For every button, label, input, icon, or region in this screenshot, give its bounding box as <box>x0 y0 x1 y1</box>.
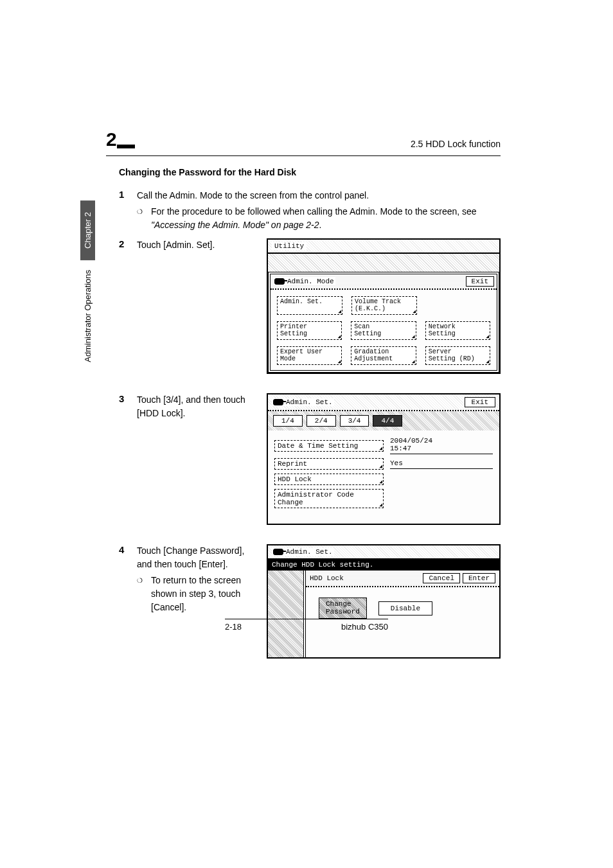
step4-text: Touch [Change Password], and then touch … <box>137 544 254 571</box>
key-icon <box>273 399 283 405</box>
ss3-subtitle: Change HDD Lock setting. <box>268 559 499 571</box>
bullet-icon: ❍ <box>137 205 151 217</box>
ss2-date-time-value: 2004/05/24 15:47 <box>390 437 493 454</box>
ss2-reprint-button[interactable]: Reprint◢ <box>274 458 384 470</box>
ss1-utility-label: Utility <box>272 242 306 250</box>
ss1-mode-label: Admin. Mode <box>287 278 334 285</box>
ss1-exit-button[interactable]: Exit <box>466 276 494 287</box>
chapter-underline-decor <box>116 145 135 148</box>
step3-text: Touch [3/4], and then touch [HDD Lock]. <box>137 393 254 420</box>
key-icon <box>273 549 283 555</box>
ss3-enter-button[interactable]: Enter <box>463 573 495 583</box>
ss1-expert-user-button[interactable]: Expert User Mode◢ <box>277 346 342 365</box>
ss2-admin-code-button[interactable]: Administrator Code Change◢ <box>274 489 384 508</box>
bullet-icon: ❍ <box>137 574 151 585</box>
ss2-date-time-button[interactable]: Date & Time Setting◢ <box>274 440 384 452</box>
ss3-change-password-button[interactable]: Change Password <box>319 598 367 619</box>
step2-text: Touch [Admin. Set]. <box>137 238 254 252</box>
step2-number: 2 <box>119 238 137 249</box>
side-tab-section: Administrator Operations <box>80 270 95 362</box>
ss2-tab-1[interactable]: 1/4 <box>273 415 303 427</box>
ss3-title: Admin. Set. <box>286 548 333 556</box>
ss3-cancel-button[interactable]: Cancel <box>423 573 460 583</box>
step3-number: 3 <box>119 393 137 404</box>
ss1-server-setting-button[interactable]: Server Setting (RD)◢ <box>425 346 490 365</box>
ss2-exit-button[interactable]: Exit <box>465 397 495 407</box>
step1-subtext: For the procedure to be followed when ca… <box>151 205 501 232</box>
ss2-reprint-value: Yes <box>390 459 493 469</box>
ss1-scan-setting-button[interactable]: Scan Setting◢ <box>351 321 416 340</box>
chapter-number: 2 <box>106 128 117 150</box>
subheading: Changing the Password for the Hard Disk <box>119 167 501 177</box>
ss1-printer-setting-button[interactable]: Printer Setting◢ <box>277 321 342 340</box>
step1-text: Call the Admin. Mode to the screen from … <box>137 189 501 202</box>
ss2-tab-2[interactable]: 2/4 <box>306 415 336 427</box>
side-tab-chapter: Chapter 2 <box>80 200 95 260</box>
screenshot-admin-mode: Utility Admin. Mode Exit Admin. Set.◢ Vo… <box>267 238 501 374</box>
ss3-side-decor <box>268 571 303 657</box>
ss3-disable-button[interactable]: Disable <box>378 601 432 616</box>
ss2-tab-3[interactable]: 3/4 <box>340 415 369 427</box>
ss3-panel-title: HDD Lock <box>310 574 344 582</box>
ss2-title: Admin. Set. <box>286 398 333 406</box>
ss1-gradation-button[interactable]: Gradation Adjustment◢ <box>351 346 416 365</box>
ss1-admin-set-button[interactable]: Admin. Set.◢ <box>277 296 342 315</box>
screenshot-admin-set-tabs: Admin. Set. Exit 1/4 2/4 3/4 4/4 Date & … <box>267 393 501 525</box>
screenshot-hdd-lock-change: Admin. Set. Change HDD Lock setting. HDD… <box>267 544 501 659</box>
ss2-hdd-lock-button[interactable]: HDD Lock◢ <box>274 474 384 485</box>
section-title: 2.5 HDD Lock function <box>411 139 501 150</box>
step4-number: 4 <box>119 544 137 555</box>
step1-number: 1 <box>119 189 137 200</box>
footer-product: bizhub C350 <box>341 622 388 632</box>
key-icon <box>274 278 285 285</box>
ss1-network-setting-button[interactable]: Network Setting◢ <box>425 321 490 340</box>
ss1-volume-track-button[interactable]: Volume Track (E.K.C.)◢ <box>351 296 417 315</box>
header-rule <box>106 155 501 156</box>
footer-page-number: 2-18 <box>225 622 242 632</box>
ss2-tab-4[interactable]: 4/4 <box>373 415 402 427</box>
step4-subtext: To return to the screen shown in step 3,… <box>151 574 254 614</box>
